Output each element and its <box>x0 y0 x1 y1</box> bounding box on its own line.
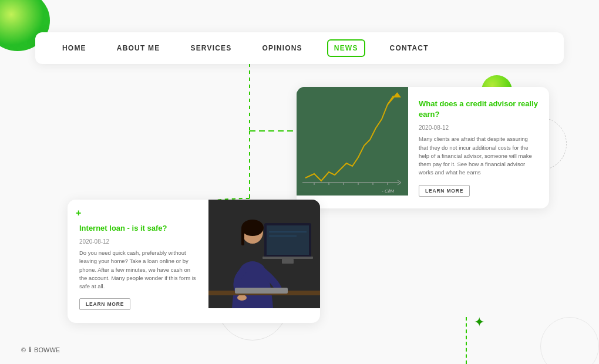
plus-icon: + <box>76 208 81 218</box>
card-credit-content: What does a credit advisor really earn? … <box>408 87 549 208</box>
nav-item-opinions[interactable]: OPINIONS <box>257 41 308 56</box>
card-loan-learn-more[interactable]: LEARN MORE <box>79 298 130 310</box>
card-credit: - C∂M What does a credit advisor really … <box>297 87 549 208</box>
nav-item-contact[interactable]: CONTACT <box>384 41 435 56</box>
card-credit-text: Many clients are afraid that despite ass… <box>419 135 539 177</box>
nav-item-about[interactable]: ABOUT ME <box>111 41 166 56</box>
card-loan-text: Do you need quick cash, preferably witho… <box>79 249 197 291</box>
card-credit-image: - C∂M <box>297 87 408 196</box>
nav-item-news[interactable]: NEWS <box>327 39 365 57</box>
card-loan: + Internet loan - is it safe? 2020-08-12… <box>68 200 320 323</box>
card-loan-title: Internet loan - is it safe? <box>79 223 197 234</box>
svg-rect-4 <box>297 87 408 196</box>
svg-rect-26 <box>241 228 244 245</box>
card-credit-title: What does a credit advisor really earn? <box>419 99 539 120</box>
nav-bar: HOME ABOUT ME SERVICES OPINIONS NEWS CON… <box>35 32 564 64</box>
nav-item-services[interactable]: SERVICES <box>184 41 237 56</box>
footer-logo: © ℹ BOWWE <box>21 346 60 353</box>
deco-vline <box>466 317 467 364</box>
card-credit-learn-more[interactable]: LEARN MORE <box>419 185 470 197</box>
deco-circle-outline-bottomright <box>540 317 599 364</box>
nav-item-home[interactable]: HOME <box>56 41 92 56</box>
svg-rect-30 <box>235 288 288 294</box>
nav-items: HOME ABOUT ME SERVICES OPINIONS NEWS CON… <box>56 39 435 57</box>
svg-text:- C∂M: - C∂M <box>382 188 395 194</box>
svg-rect-20 <box>282 259 294 264</box>
svg-point-25 <box>241 220 264 236</box>
footer-info-icon: ℹ <box>29 346 31 353</box>
card-loan-date: 2020-08-12 <box>79 238 197 245</box>
deco-star: ✦ <box>474 315 484 330</box>
card-credit-date: 2020-08-12 <box>419 124 539 131</box>
svg-rect-19 <box>263 257 313 259</box>
card-loan-image <box>208 200 320 308</box>
svg-rect-21 <box>267 225 309 255</box>
footer-brand: BOWWE <box>34 346 60 353</box>
svg-point-27 <box>237 295 247 301</box>
card-loan-content: + Internet loan - is it safe? 2020-08-12… <box>68 200 208 323</box>
footer-cc-icon: © <box>21 346 26 353</box>
